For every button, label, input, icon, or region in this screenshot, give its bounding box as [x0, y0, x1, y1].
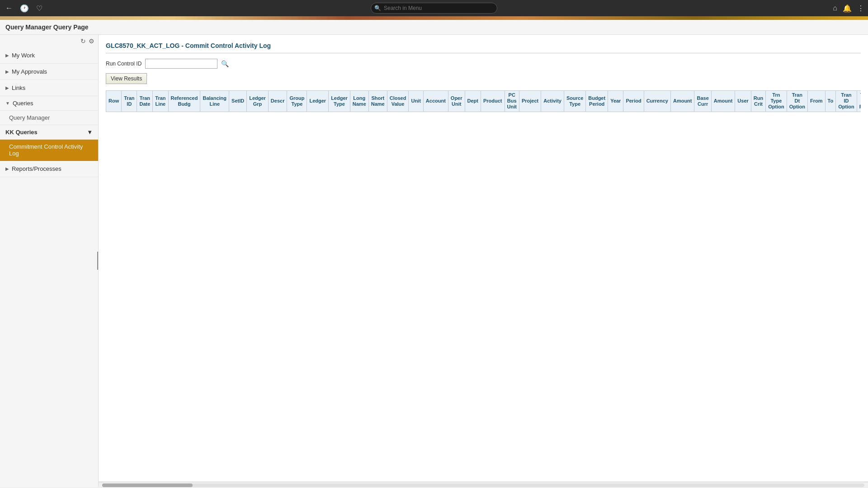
col-tran-id[interactable]: TranID [122, 91, 137, 112]
col-base-amount[interactable]: Amount [711, 91, 735, 112]
col-referenced-budg[interactable]: ReferencedBudg [168, 91, 200, 112]
sidebar-item-kk-queries[interactable]: KK Queries ▼ [0, 125, 98, 140]
col-short-name[interactable]: ShortName [368, 91, 387, 112]
reports-arrow: ▶ [5, 166, 9, 171]
queries-label: Queries [13, 100, 33, 107]
query-manager-label: Query Manager [9, 114, 50, 121]
col-project[interactable]: Project [519, 91, 541, 112]
main-layout: ↻ ⚙ ▶ My Work ▶ My Approvals ▶ Links ▼ Q… [0, 35, 868, 487]
col-tran-line[interactable]: TranLine [153, 91, 168, 112]
col-ledger-type[interactable]: LedgerType [329, 91, 350, 112]
col-tran-date[interactable]: TranDate [137, 91, 153, 112]
col-source-type[interactable]: SourceType [564, 91, 585, 112]
history-icon[interactable]: 🕐 [18, 2, 31, 14]
results-table-container: Row TranID TranDate TranLine ReferencedB… [106, 90, 861, 112]
commitment-control-label: Commitment Control Activity Log [9, 143, 83, 157]
col-descr[interactable]: Descr [268, 91, 287, 112]
col-account[interactable]: Account [423, 91, 448, 112]
content-area: GLC8570_KK_ACT_LOG - Commit Control Acti… [99, 35, 868, 487]
col-user[interactable]: User [735, 91, 751, 112]
kk-queries-chevron: ▼ [87, 129, 93, 136]
view-results-container: View Results [106, 73, 861, 90]
top-nav-left: ← 🕐 ♡ [4, 2, 44, 14]
refresh-icon[interactable]: ↻ [80, 38, 86, 45]
my-approvals-arrow: ▶ [5, 69, 9, 74]
results-table: Row TranID TranDate TranLine ReferencedB… [106, 90, 861, 112]
col-unit[interactable]: Unit [409, 91, 423, 112]
bottom-scrollbar[interactable] [99, 482, 868, 487]
col-from[interactable]: From [808, 91, 826, 112]
search-input[interactable] [371, 3, 497, 14]
col-currency[interactable]: Currency [644, 91, 670, 112]
sidebar: ↻ ⚙ ▶ My Work ▶ My Approvals ▶ Links ▼ Q… [0, 35, 99, 487]
col-run-crit[interactable]: RunCrit [751, 91, 765, 112]
sidebar-item-reports-processes[interactable]: ▶ Reports/Processes [0, 161, 98, 177]
col-budget-period[interactable]: BudgetPeriod [586, 91, 608, 112]
page-title: Query Manager Query Page [0, 20, 868, 35]
links-label: Links [12, 84, 25, 91]
kk-queries-label: KK Queries [5, 129, 38, 136]
my-approvals-label: My Approvals [12, 68, 47, 75]
links-arrow: ▶ [5, 85, 9, 90]
col-long-name[interactable]: LongName [350, 91, 368, 112]
col-period[interactable]: Period [623, 91, 644, 112]
home-icon[interactable]: ⌂ [833, 4, 837, 12]
sidebar-item-commitment-control[interactable]: Commitment Control Activity Log [0, 140, 98, 161]
run-control-form-row: Run Control ID 🔍 [106, 59, 861, 69]
col-setid[interactable]: SetID [229, 91, 247, 112]
col-tran-dt-option[interactable]: TranDtOption [787, 91, 807, 112]
queries-arrow: ▼ [5, 101, 10, 106]
run-control-input[interactable] [145, 59, 217, 69]
top-nav-right: ⌂ 🔔 ⋮ [833, 4, 864, 13]
col-base-curr[interactable]: BaseCurr [694, 91, 711, 112]
col-dept[interactable]: Dept [465, 91, 481, 112]
col-activity[interactable]: Activity [541, 91, 564, 112]
query-title: GLC8570_KK_ACT_LOG - Commit Control Acti… [106, 42, 861, 53]
col-pc-bus-unit[interactable]: PCBusUnit [505, 91, 519, 112]
col-row[interactable]: Row [106, 91, 122, 112]
favorites-icon[interactable]: ♡ [34, 2, 44, 14]
my-work-arrow: ▶ [5, 53, 9, 58]
col-ledger[interactable]: Ledger [307, 91, 329, 112]
collapse-handle[interactable]: ❚ [97, 252, 99, 270]
table-header-row: Row TranID TranDate TranLine ReferencedB… [106, 91, 861, 112]
view-results-button[interactable]: View Results [106, 73, 147, 84]
search-bar-wrapper: 🔍 [371, 3, 497, 14]
my-work-label: My Work [12, 52, 35, 59]
decorative-band [0, 16, 868, 20]
scrollbar-thumb[interactable] [102, 483, 193, 487]
col-balancing-line[interactable]: BalancingLine [200, 91, 229, 112]
col-group-type[interactable]: GroupType [287, 91, 307, 112]
sidebar-item-my-work[interactable]: ▶ My Work [0, 47, 98, 64]
sidebar-item-links[interactable]: ▶ Links [0, 80, 98, 96]
col-trn-type-option[interactable]: TrnTypeOption [766, 91, 787, 112]
sidebar-controls: ↻ ⚙ [0, 35, 98, 47]
col-tran-id-from[interactable]: TranIDFrom [857, 91, 861, 112]
reports-processes-label: Reports/Processes [12, 165, 61, 172]
col-product[interactable]: Product [481, 91, 505, 112]
run-control-label: Run Control ID [106, 61, 142, 67]
col-amount[interactable]: Amount [670, 91, 694, 112]
settings-icon[interactable]: ⚙ [89, 38, 94, 45]
back-icon[interactable]: ← [4, 2, 14, 14]
sidebar-item-queries[interactable]: ▼ Queries [0, 96, 98, 111]
col-oper-unit[interactable]: OperUnit [448, 91, 465, 112]
top-navigation: ← 🕐 ♡ 🔍 ⌂ 🔔 ⋮ [0, 0, 868, 16]
bell-icon[interactable]: 🔔 [843, 4, 852, 13]
col-ledger-grp[interactable]: LedgerGrp [247, 91, 269, 112]
sidebar-item-my-approvals[interactable]: ▶ My Approvals [0, 64, 98, 80]
scrollbar-track [102, 483, 864, 487]
col-to[interactable]: To [825, 91, 836, 112]
sidebar-item-query-manager[interactable]: Query Manager [0, 111, 98, 125]
col-tran-id-option[interactable]: TranIDOption [836, 91, 857, 112]
col-closed-value[interactable]: ClosedValue [387, 91, 409, 112]
col-year[interactable]: Year [608, 91, 623, 112]
search-bar-container: 🔍 [371, 3, 497, 14]
run-control-search-button[interactable]: 🔍 [221, 60, 229, 67]
more-menu-icon[interactable]: ⋮ [857, 4, 864, 13]
